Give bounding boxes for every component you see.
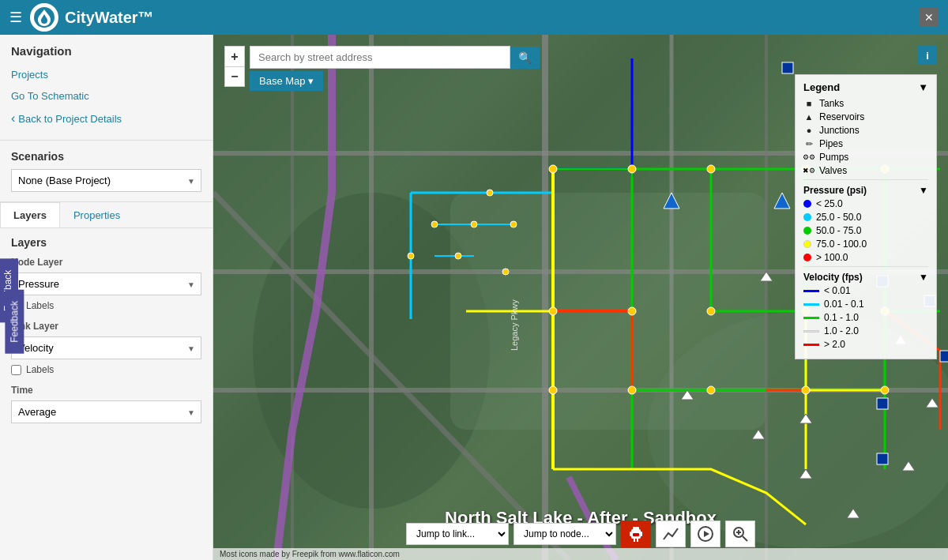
svg-point-29 xyxy=(487,190,493,196)
node-layer-select-wrapper[interactable]: Pressure xyxy=(11,272,201,295)
zoom-search-button[interactable] xyxy=(725,521,755,547)
jump-node-wrapper[interactable]: Jump to node... xyxy=(514,523,616,545)
svg-point-16 xyxy=(707,165,715,173)
svg-point-21 xyxy=(707,307,715,315)
svg-text:Legacy Pkwy: Legacy Pkwy xyxy=(510,299,519,351)
svg-point-30 xyxy=(431,221,438,227)
layers-title: Layers xyxy=(11,236,201,249)
svg-point-27 xyxy=(802,386,810,394)
tabs-row: Layers Properties xyxy=(0,202,213,228)
map-area: Legacy Pkwy + − 🔍 Base Map ▾ i Legend ▼ … xyxy=(213,35,948,560)
svg-line-65 xyxy=(743,536,747,541)
legend-tanks: ■ Tanks xyxy=(803,98,928,109)
jump-to-link-select[interactable]: Jump to link... xyxy=(406,523,509,545)
legend-pressure-4: 75.0 - 100.0 xyxy=(803,239,928,250)
svg-point-32 xyxy=(510,221,517,227)
node-layer-title: Node Layer xyxy=(11,257,201,268)
svg-marker-63 xyxy=(704,531,709,537)
feedback-button[interactable]: Feedback xyxy=(5,290,24,354)
link-layer-group: Link Layer Velocity Labels xyxy=(11,321,201,375)
chart-button[interactable] xyxy=(656,521,686,547)
legend-pressure-3: 50.0 - 75.0 xyxy=(803,225,928,236)
app-header: ☰ CityWater™ ✕ xyxy=(0,0,948,35)
node-layer-select[interactable]: Pressure xyxy=(11,272,201,295)
link-layer-select-wrapper[interactable]: Velocity xyxy=(11,336,201,359)
legend-junctions: ● Junctions xyxy=(803,125,928,136)
main-content: Navigation Projects Go To Schematic Back… xyxy=(0,35,948,560)
tab-properties[interactable]: Properties xyxy=(60,202,134,227)
svg-rect-36 xyxy=(782,62,793,73)
legend-tanks-label: Tanks xyxy=(819,98,844,109)
jump-link-wrapper[interactable]: Jump to link... xyxy=(406,523,509,545)
svg-point-28 xyxy=(881,386,889,394)
pressure-collapse-icon[interactable]: ▼ xyxy=(919,185,928,196)
time-select-wrapper[interactable]: Average xyxy=(11,400,201,423)
pipe-icon: ✏ xyxy=(803,138,814,149)
pump-icon: ⚙⚙ xyxy=(803,152,814,163)
legend-pressure-2: 25.0 - 50.0 xyxy=(803,212,928,223)
zoom-out-button[interactable]: − xyxy=(224,66,245,87)
legend-header: Legend ▼ xyxy=(803,81,928,93)
navigation-title: Navigation xyxy=(11,44,201,58)
scenarios-title: Scenarios xyxy=(11,150,201,163)
scenarios-section: Scenarios None (Base Project) xyxy=(0,141,213,202)
tab-layers[interactable]: Layers xyxy=(0,202,60,227)
legend-velocity-3: 0.1 - 1.0 xyxy=(803,312,928,323)
svg-rect-59 xyxy=(634,539,635,542)
time-title: Time xyxy=(11,385,201,396)
svg-rect-60 xyxy=(637,539,638,542)
scenarios-select-wrapper[interactable]: None (Base Project) xyxy=(11,169,201,192)
velocity-collapse-icon[interactable]: ▼ xyxy=(919,272,928,283)
node-layer-group: Node Layer Pressure Labels xyxy=(11,257,201,311)
svg-rect-58 xyxy=(640,532,642,536)
animation-button[interactable] xyxy=(690,521,720,547)
go-to-schematic-link[interactable]: Go To Schematic xyxy=(11,85,201,107)
legend-panel: Legend ▼ ■ Tanks ▲ Reservoirs ● Junction… xyxy=(795,74,937,359)
legend-valves: ✖⚙ Valves xyxy=(803,165,928,176)
search-button[interactable]: 🔍 xyxy=(510,47,540,69)
svg-point-15 xyxy=(628,165,636,173)
bottom-toolbar: Jump to link... Jump to node... xyxy=(406,521,755,547)
svg-point-26 xyxy=(707,386,715,394)
legend-pressure-5: > 100.0 xyxy=(803,252,928,263)
legend-pumps: ⚙⚙ Pumps xyxy=(803,152,928,163)
link-labels-checkbox[interactable] xyxy=(11,365,21,375)
time-select[interactable]: Average xyxy=(11,400,201,423)
close-button[interactable]: ✕ xyxy=(920,8,939,27)
legend-junctions-label: Junctions xyxy=(819,125,860,136)
junction-icon: ● xyxy=(803,125,814,136)
basemap-button[interactable]: Base Map ▾ xyxy=(250,71,323,91)
map-attribution: Most icons made by Freepik from www.flat… xyxy=(213,548,948,560)
info-button[interactable]: i xyxy=(918,46,937,65)
pressure-section-title: Pressure (psi) ▼ xyxy=(803,185,928,196)
svg-point-19 xyxy=(628,307,636,315)
zoom-controls: + − xyxy=(224,46,245,87)
jump-to-node-select[interactable]: Jump to node... xyxy=(514,523,616,545)
svg-point-31 xyxy=(471,221,477,227)
svg-point-20 xyxy=(549,307,557,315)
legend-pipes: ✏ Pipes xyxy=(803,138,928,149)
legend-collapse-icon[interactable]: ▼ xyxy=(918,81,928,93)
fire-hydrant-button[interactable] xyxy=(621,521,651,547)
menu-icon[interactable]: ☰ xyxy=(9,9,22,26)
node-labels-row: Labels xyxy=(11,300,201,311)
svg-point-35 xyxy=(502,269,509,275)
zoom-in-button[interactable]: + xyxy=(224,46,245,66)
reservoir-icon: ▲ xyxy=(803,111,814,122)
svg-point-14 xyxy=(549,165,557,173)
legend-reservoirs-label: Reservoirs xyxy=(819,111,864,122)
legend-velocity-5: > 2.0 xyxy=(803,339,928,350)
search-input[interactable] xyxy=(250,46,510,69)
legend-pipes-label: Pipes xyxy=(819,138,843,149)
link-layer-select[interactable]: Velocity xyxy=(11,336,201,359)
velocity-section-title: Velocity (fps) ▼ xyxy=(803,272,928,283)
legend-velocity-2: 0.01 - 0.1 xyxy=(803,299,928,310)
svg-rect-40 xyxy=(877,398,888,409)
node-labels-label: Labels xyxy=(26,300,54,311)
projects-link[interactable]: Projects xyxy=(11,64,201,85)
map-search-bar: 🔍 xyxy=(250,46,540,69)
back-to-project-link[interactable]: Back to Project Details xyxy=(11,107,201,130)
scenarios-select[interactable]: None (Base Project) xyxy=(11,169,201,192)
link-labels-row: Labels xyxy=(11,364,201,375)
svg-rect-57 xyxy=(630,532,632,536)
